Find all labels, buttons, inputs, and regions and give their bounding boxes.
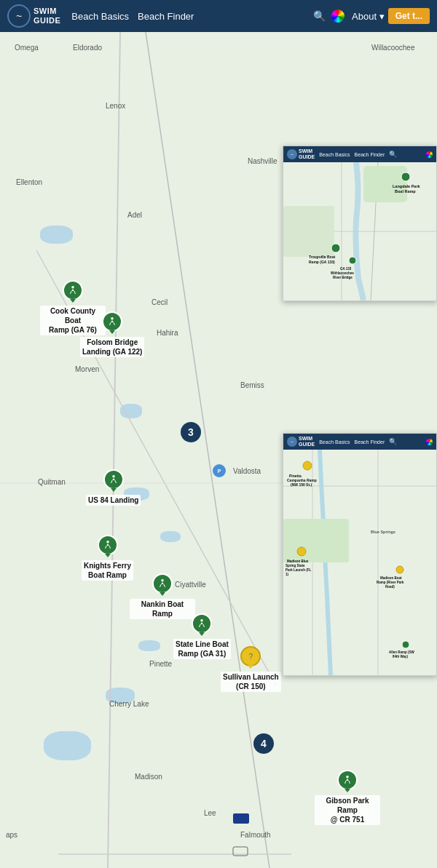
cluster-marker-4[interactable]: 4 [253,733,274,754]
mini-beach-basics-2[interactable]: Beach Basics [319,439,350,445]
svg-text:Ramp (River Park: Ramp (River Park [377,581,404,584]
logo-swimmer-icon: ~ [16,10,22,22]
color-wheel-icon[interactable] [331,9,345,23]
svg-text:(NW 150 St.): (NW 150 St.) [291,482,312,487]
svg-text:1): 1) [286,573,289,576]
marker-label-us84: US 84 Landing [86,495,141,506]
city-label-lenox: Lenox [106,102,125,110]
svg-text:84th Way): 84th Way) [393,655,409,658]
city-label-morven: Morven [75,365,99,373]
marker-label-gibson-park: Gibson Park Ramp@ CR 751 [315,795,380,825]
mini-logo-text-1: SWIMGUIDE [299,148,315,159]
svg-point-9 [106,541,109,544]
svg-point-48 [402,641,409,648]
svg-point-39 [297,547,306,556]
city-label-cecil: Cecil [151,298,168,306]
water-patch [40,226,73,244]
marker-icon-state-line [192,613,212,634]
city-label-quitman: Quitman [38,478,66,486]
city-label-omega: Omega [15,44,39,52]
marker-icon-sullivan: ? [240,646,261,666]
svg-rect-18 [283,206,334,257]
mini-logo-text-2: SWIMGUIDE [299,436,315,447]
nav-beach-finder[interactable]: Beach Finder [138,11,194,22]
marker-icon-nankin [152,573,173,594]
svg-text:Spring State: Spring State [286,564,305,568]
highway-symbol-valdosta: P [213,464,226,477]
mini-beach-finder-1[interactable]: Beach Finder [355,152,385,157]
svg-point-7 [111,317,114,320]
marker-label-knights-ferry: Knights FerryBoat Ramp [82,560,133,581]
svg-text:Allen Ramp (SW: Allen Ramp (SW [389,650,415,654]
interstate-symbol [233,813,249,824]
get-button[interactable]: Get t... [388,8,430,24]
mini-logo-1: ~ SWIMGUIDE [287,148,315,159]
logo-container[interactable]: ~ SWIMGUIDE [7,4,60,28]
city-label-valdosta: Valdosta [233,467,261,475]
marker-gibson-park[interactable]: Gibson Park Ramp@ CR 751 [315,770,380,825]
mini-beach-finder-2[interactable]: Beach Finder [355,439,385,445]
mini-beach-basics-1[interactable]: Beach Basics [319,152,350,157]
water-patch [120,404,142,418]
mini-logo-2: ~ SWIMGUIDE [287,436,315,447]
logo-circle: ~ [7,4,31,28]
cluster-marker-3[interactable]: 3 [181,422,201,442]
water-patch [44,731,91,760]
nav-links: Beach Basics Beach Finder [71,11,313,22]
mini-color-wheel-1 [426,151,433,158]
navbar: ~ SWIMGUIDE Beach Basics Beach Finder 🔍 … [0,0,437,32]
svg-point-19 [401,172,410,181]
city-label-pinette: Pinette [149,660,172,668]
marker-icon-us84 [103,469,124,490]
svg-point-11 [201,619,204,622]
nav-icons: 🔍 [313,9,345,23]
mini-navbar-1: ~ SWIMGUIDE Beach Basics Beach Finder 🔍 [283,146,436,162]
city-label-lee: Lee [204,809,216,817]
marker-label-sullivan: Sullivan Launch(CR 150) [221,672,281,692]
svg-point-25 [349,257,356,264]
city-label-madison: Madison [135,773,162,781]
svg-point-10 [161,579,164,582]
city-label-falmouth: Falmouth [240,831,271,839]
marker-label-folsom-bridge: Folsom BridgeLanding (GA 122) [80,337,144,357]
marker-nankin[interactable]: Nankin Boat Ramp [130,573,195,619]
mini-search-icon-2[interactable]: 🔍 [389,438,397,445]
svg-text:GA 133: GA 133 [340,267,352,271]
mini-navbar-2: ~ SWIMGUIDE Beach Basics Beach Finder 🔍 [283,434,436,450]
mini-search-icon-1[interactable]: 🔍 [389,151,397,158]
city-label-ellenton: Ellenton [16,178,42,186]
mini-map-svg-2: Blue Springs Pinetta Campanha Ramp (NW 1… [283,450,436,675]
marker-sullivan[interactable]: ? Sullivan Launch(CR 150) [221,646,281,692]
about-button[interactable]: About ▾ [352,11,385,22]
svg-text:Boal Ramp: Boal Ramp [395,189,416,194]
mini-map-content-2: Blue Springs Pinetta Campanha Ramp (NW 1… [283,450,436,675]
search-icon[interactable]: 🔍 [313,10,326,22]
city-label-nashville: Nashville [248,157,277,165]
marker-folsom-bridge[interactable]: Folsom BridgeLanding (GA 122) [80,311,144,357]
svg-text:Blue Springs: Blue Springs [371,530,395,534]
water-patch [160,531,181,542]
main-map: Omega Eldorado Willacoochee Lenox Ellent… [0,0,437,868]
svg-text:Troupville Boat: Troupville Boat [309,255,335,259]
city-label-hahira: Hahira [157,329,178,337]
marker-knights-ferry[interactable]: Knights FerryBoat Ramp [82,535,133,581]
city-label-bemiss: Bemiss [240,381,264,389]
city-label-cherry-lake: Cherry Lake [109,700,149,708]
mini-panel-2: ~ SWIMGUIDE Beach Basics Beach Finder 🔍 [283,433,437,676]
mini-map-content-1: Langdale Park Boal Ramp Troupville Boat … [283,162,436,300]
mini-logo-circle-2: ~ [287,437,297,447]
svg-point-6 [71,286,74,289]
svg-rect-33 [283,519,349,562]
svg-text:River Bridge: River Bridge [333,276,353,279]
svg-point-22 [331,244,340,252]
svg-point-8 [112,475,115,478]
logo-text: SWIMGUIDE [34,7,60,25]
svg-text:Madison Boat: Madison Boat [380,576,402,580]
nav-beach-basics[interactable]: Beach Basics [71,11,129,22]
svg-text:Park Launch (FL: Park Launch (FL [286,568,312,572]
svg-text:Withlacoochee: Withlacoochee [331,271,354,275]
marker-icon-cook-county [63,280,83,300]
google-maps-label: aps [6,831,17,839]
city-label-adel: Adel [127,211,142,219]
marker-us84[interactable]: US 84 Landing [86,469,141,506]
